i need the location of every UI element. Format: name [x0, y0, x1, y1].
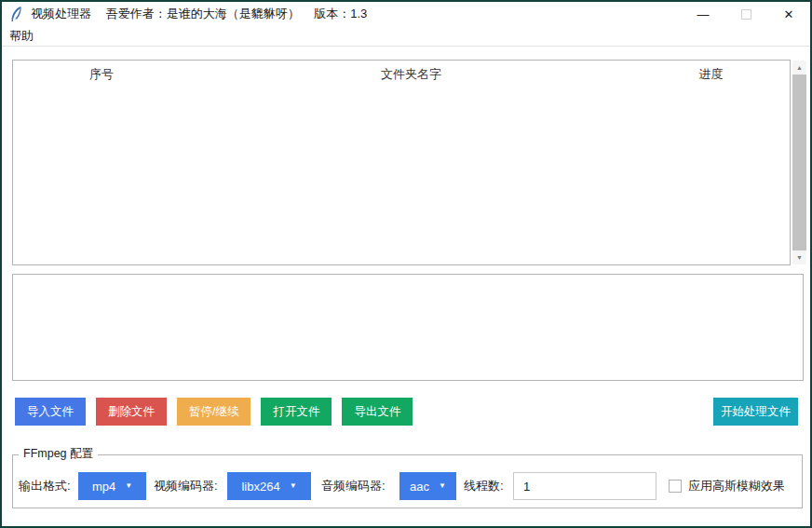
minimize-button[interactable]: — [682, 2, 724, 26]
app-version: 版本：1.3 [314, 7, 367, 20]
pause-resume-button[interactable]: 暂停/继续 [177, 398, 250, 426]
maximize-icon [741, 9, 751, 20]
ffmpeg-config-row: 输出格式: mp4 ▼ 视频编码器: libx264 ▼ 音频编码器: aac … [2, 472, 812, 500]
gaussian-blur-checkbox[interactable] [669, 480, 682, 493]
open-files-button[interactable]: 打开文件 [261, 398, 332, 426]
chevron-down-icon: ▼ [290, 482, 297, 490]
column-header-progress[interactable]: 进度 [632, 66, 790, 83]
column-header-index[interactable]: 序号 [13, 66, 190, 83]
feather-app-icon [9, 7, 23, 22]
scroll-up-icon: ▲ [796, 64, 803, 71]
video-encoder-label: 视频编码器: [154, 472, 218, 500]
delete-files-button[interactable]: 删除文件 [96, 398, 167, 426]
output-format-value: mp4 [92, 480, 115, 494]
file-list-table[interactable]: 序号 文件夹名字 进度 [12, 60, 791, 265]
video-encoder-value: libx264 [241, 480, 279, 494]
minimize-icon: — [697, 7, 710, 21]
close-button[interactable]: ✕ [767, 2, 810, 26]
start-processing-button[interactable]: 开始处理文件 [713, 398, 798, 426]
threads-input[interactable] [513, 472, 656, 500]
menu-item-help[interactable]: 帮助 [2, 28, 41, 45]
output-format-label: 输出格式: [19, 472, 71, 500]
video-encoder-dropdown[interactable]: libx264 ▼ [227, 472, 311, 500]
gaussian-blur-label: 应用高斯模糊效果 [688, 472, 785, 500]
threads-label: 线程数: [464, 472, 504, 500]
export-files-button[interactable]: 导出文件 [342, 398, 413, 426]
table-scrollbar[interactable]: ▲ ▼ [792, 61, 806, 264]
close-icon: ✕ [784, 7, 794, 21]
table-body[interactable] [13, 88, 790, 264]
audio-encoder-label: 音频编码器: [321, 472, 386, 500]
app-window: 视频处理器 吾爱作者：是谁的大海（是貔貅呀） 版本：1.3 — ✕ 帮助 序号 … [0, 0, 812, 528]
log-panel[interactable] [12, 274, 804, 381]
scroll-down-button[interactable]: ▼ [792, 250, 806, 264]
chevron-down-icon: ▼ [439, 482, 446, 490]
audio-encoder-dropdown[interactable]: aac ▼ [399, 472, 456, 500]
action-button-row: 导入文件 删除文件 暂停/继续 打开文件 导出文件 [15, 398, 413, 426]
window-title: 视频处理器 吾爱作者：是谁的大海（是貔貅呀） 版本：1.3 [31, 6, 378, 22]
table-header-row: 序号 文件夹名字 进度 [13, 61, 790, 88]
scrollbar-thumb[interactable] [792, 74, 806, 250]
app-author: 吾爱作者：是谁的大海（是貔貅呀） [106, 7, 300, 20]
app-name: 视频处理器 [31, 7, 91, 20]
window-controls: — ✕ [682, 2, 810, 26]
title-bar: 视频处理器 吾爱作者：是谁的大海（是貔貅呀） 版本：1.3 — ✕ [2, 2, 810, 26]
chevron-down-icon: ▼ [125, 482, 132, 490]
scroll-down-icon: ▼ [796, 254, 803, 261]
maximize-button[interactable] [724, 2, 767, 26]
audio-encoder-value: aac [410, 480, 429, 494]
menu-bar: 帮助 [2, 26, 810, 47]
import-files-button[interactable]: 导入文件 [15, 398, 86, 426]
scroll-up-button[interactable]: ▲ [792, 61, 806, 74]
column-header-folder-name[interactable]: 文件夹名字 [190, 66, 632, 83]
output-format-dropdown[interactable]: mp4 ▼ [78, 472, 146, 500]
ffmpeg-config-legend: FFmpeg 配置 [19, 446, 98, 462]
